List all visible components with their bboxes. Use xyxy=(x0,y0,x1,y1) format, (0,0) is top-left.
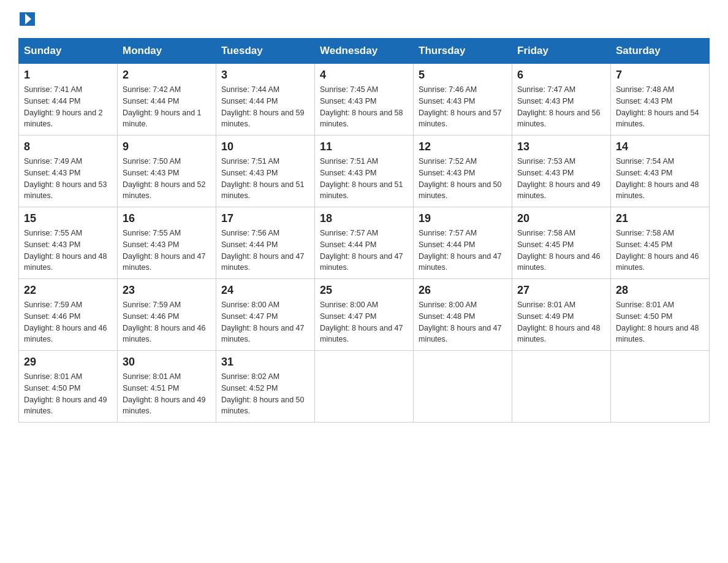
day-number: 2 xyxy=(123,69,211,82)
day-info: Sunrise: 7:59 AMSunset: 4:46 PMDaylight:… xyxy=(123,299,211,345)
logo-blue-box xyxy=(20,12,35,26)
day-info: Sunrise: 8:00 AMSunset: 4:48 PMDaylight:… xyxy=(419,299,507,345)
calendar-cell: 30 Sunrise: 8:01 AMSunset: 4:51 PMDaylig… xyxy=(118,351,216,423)
day-info: Sunrise: 7:46 AMSunset: 4:43 PMDaylight:… xyxy=(419,84,507,130)
day-info: Sunrise: 7:48 AMSunset: 4:43 PMDaylight:… xyxy=(616,84,704,130)
day-number: 30 xyxy=(123,356,211,369)
logo xyxy=(18,12,35,27)
day-info: Sunrise: 7:52 AMSunset: 4:43 PMDaylight:… xyxy=(419,156,507,202)
calendar-cell: 31 Sunrise: 8:02 AMSunset: 4:52 PMDaylig… xyxy=(216,351,315,423)
weekday-sunday: Sunday xyxy=(19,39,118,64)
day-info: Sunrise: 7:55 AMSunset: 4:43 PMDaylight:… xyxy=(123,228,211,274)
day-number: 7 xyxy=(616,69,704,82)
day-number: 5 xyxy=(419,69,507,82)
weekday-friday: Friday xyxy=(512,39,611,64)
calendar-cell: 22 Sunrise: 7:59 AMSunset: 4:46 PMDaylig… xyxy=(19,279,118,351)
day-number: 20 xyxy=(517,212,605,225)
logo-arrow-icon xyxy=(25,13,31,25)
day-number: 27 xyxy=(517,284,605,297)
day-number: 14 xyxy=(616,140,704,153)
week-row-5: 29 Sunrise: 8:01 AMSunset: 4:50 PMDaylig… xyxy=(19,351,710,423)
day-info: Sunrise: 7:47 AMSunset: 4:43 PMDaylight:… xyxy=(517,84,605,130)
day-info: Sunrise: 8:01 AMSunset: 4:50 PMDaylight:… xyxy=(616,299,704,345)
calendar-cell: 9 Sunrise: 7:50 AMSunset: 4:43 PMDayligh… xyxy=(118,136,216,207)
calendar-cell: 2 Sunrise: 7:42 AMSunset: 4:44 PMDayligh… xyxy=(118,64,216,136)
day-info: Sunrise: 7:53 AMSunset: 4:43 PMDaylight:… xyxy=(517,156,605,202)
day-info: Sunrise: 7:54 AMSunset: 4:43 PMDaylight:… xyxy=(616,156,704,202)
day-info: Sunrise: 7:51 AMSunset: 4:43 PMDaylight:… xyxy=(221,156,309,202)
day-number: 8 xyxy=(24,140,112,153)
week-row-1: 1 Sunrise: 7:41 AMSunset: 4:44 PMDayligh… xyxy=(19,64,710,136)
day-number: 4 xyxy=(320,69,408,82)
day-info: Sunrise: 7:49 AMSunset: 4:43 PMDaylight:… xyxy=(24,156,112,202)
calendar-cell: 4 Sunrise: 7:45 AMSunset: 4:43 PMDayligh… xyxy=(315,64,414,136)
week-row-4: 22 Sunrise: 7:59 AMSunset: 4:46 PMDaylig… xyxy=(19,279,710,351)
day-number: 29 xyxy=(24,356,112,369)
page-header xyxy=(18,12,710,27)
calendar-cell: 28 Sunrise: 8:01 AMSunset: 4:50 PMDaylig… xyxy=(611,279,710,351)
weekday-wednesday: Wednesday xyxy=(315,39,414,64)
day-info: Sunrise: 8:00 AMSunset: 4:47 PMDaylight:… xyxy=(320,299,408,345)
calendar-cell xyxy=(315,351,414,423)
day-number: 15 xyxy=(24,212,112,225)
day-info: Sunrise: 7:42 AMSunset: 4:44 PMDaylight:… xyxy=(123,84,211,130)
day-number: 21 xyxy=(616,212,704,225)
calendar-cell: 11 Sunrise: 7:51 AMSunset: 4:43 PMDaylig… xyxy=(315,136,414,207)
day-number: 24 xyxy=(221,284,309,297)
calendar-cell: 19 Sunrise: 7:57 AMSunset: 4:44 PMDaylig… xyxy=(414,207,512,279)
day-number: 3 xyxy=(221,69,309,82)
weekday-row: SundayMondayTuesdayWednesdayThursdayFrid… xyxy=(19,39,710,64)
calendar-cell: 24 Sunrise: 8:00 AMSunset: 4:47 PMDaylig… xyxy=(216,279,315,351)
day-number: 1 xyxy=(24,69,112,82)
calendar-cell: 17 Sunrise: 7:56 AMSunset: 4:44 PMDaylig… xyxy=(216,207,315,279)
calendar-cell xyxy=(512,351,611,423)
weekday-monday: Monday xyxy=(118,39,216,64)
day-number: 11 xyxy=(320,140,408,153)
calendar-cell: 15 Sunrise: 7:55 AMSunset: 4:43 PMDaylig… xyxy=(19,207,118,279)
calendar-cell: 29 Sunrise: 8:01 AMSunset: 4:50 PMDaylig… xyxy=(19,351,118,423)
calendar-cell: 5 Sunrise: 7:46 AMSunset: 4:43 PMDayligh… xyxy=(414,64,512,136)
week-row-2: 8 Sunrise: 7:49 AMSunset: 4:43 PMDayligh… xyxy=(19,136,710,207)
calendar-cell xyxy=(611,351,710,423)
day-number: 10 xyxy=(221,140,309,153)
day-number: 28 xyxy=(616,284,704,297)
day-number: 16 xyxy=(123,212,211,225)
weekday-tuesday: Tuesday xyxy=(216,39,315,64)
day-number: 9 xyxy=(123,140,211,153)
day-info: Sunrise: 8:01 AMSunset: 4:51 PMDaylight:… xyxy=(123,371,211,417)
day-info: Sunrise: 8:02 AMSunset: 4:52 PMDaylight:… xyxy=(221,371,309,417)
logo-text xyxy=(18,12,35,26)
day-info: Sunrise: 7:56 AMSunset: 4:44 PMDaylight:… xyxy=(221,228,309,274)
calendar-cell: 20 Sunrise: 7:58 AMSunset: 4:45 PMDaylig… xyxy=(512,207,611,279)
calendar-cell: 25 Sunrise: 8:00 AMSunset: 4:47 PMDaylig… xyxy=(315,279,414,351)
calendar-cell: 18 Sunrise: 7:57 AMSunset: 4:44 PMDaylig… xyxy=(315,207,414,279)
calendar-cell: 23 Sunrise: 7:59 AMSunset: 4:46 PMDaylig… xyxy=(118,279,216,351)
calendar-cell: 7 Sunrise: 7:48 AMSunset: 4:43 PMDayligh… xyxy=(611,64,710,136)
week-row-3: 15 Sunrise: 7:55 AMSunset: 4:43 PMDaylig… xyxy=(19,207,710,279)
weekday-thursday: Thursday xyxy=(414,39,512,64)
calendar-cell: 14 Sunrise: 7:54 AMSunset: 4:43 PMDaylig… xyxy=(611,136,710,207)
day-number: 26 xyxy=(419,284,507,297)
day-number: 22 xyxy=(24,284,112,297)
day-number: 25 xyxy=(320,284,408,297)
day-number: 13 xyxy=(517,140,605,153)
day-info: Sunrise: 8:00 AMSunset: 4:47 PMDaylight:… xyxy=(221,299,309,345)
calendar-cell xyxy=(414,351,512,423)
calendar-table: SundayMondayTuesdayWednesdayThursdayFrid… xyxy=(18,38,710,423)
calendar-cell: 27 Sunrise: 8:01 AMSunset: 4:49 PMDaylig… xyxy=(512,279,611,351)
calendar-cell: 26 Sunrise: 8:00 AMSunset: 4:48 PMDaylig… xyxy=(414,279,512,351)
day-info: Sunrise: 7:58 AMSunset: 4:45 PMDaylight:… xyxy=(616,228,704,274)
day-number: 19 xyxy=(419,212,507,225)
day-info: Sunrise: 7:44 AMSunset: 4:44 PMDaylight:… xyxy=(221,84,309,130)
calendar-header: SundayMondayTuesdayWednesdayThursdayFrid… xyxy=(19,39,710,64)
day-number: 6 xyxy=(517,69,605,82)
day-number: 18 xyxy=(320,212,408,225)
day-number: 31 xyxy=(221,356,309,369)
calendar-cell: 1 Sunrise: 7:41 AMSunset: 4:44 PMDayligh… xyxy=(19,64,118,136)
day-info: Sunrise: 7:55 AMSunset: 4:43 PMDaylight:… xyxy=(24,228,112,274)
day-info: Sunrise: 8:01 AMSunset: 4:49 PMDaylight:… xyxy=(517,299,605,345)
day-info: Sunrise: 7:58 AMSunset: 4:45 PMDaylight:… xyxy=(517,228,605,274)
day-info: Sunrise: 7:57 AMSunset: 4:44 PMDaylight:… xyxy=(419,228,507,274)
day-info: Sunrise: 7:50 AMSunset: 4:43 PMDaylight:… xyxy=(123,156,211,202)
day-info: Sunrise: 7:45 AMSunset: 4:43 PMDaylight:… xyxy=(320,84,408,130)
